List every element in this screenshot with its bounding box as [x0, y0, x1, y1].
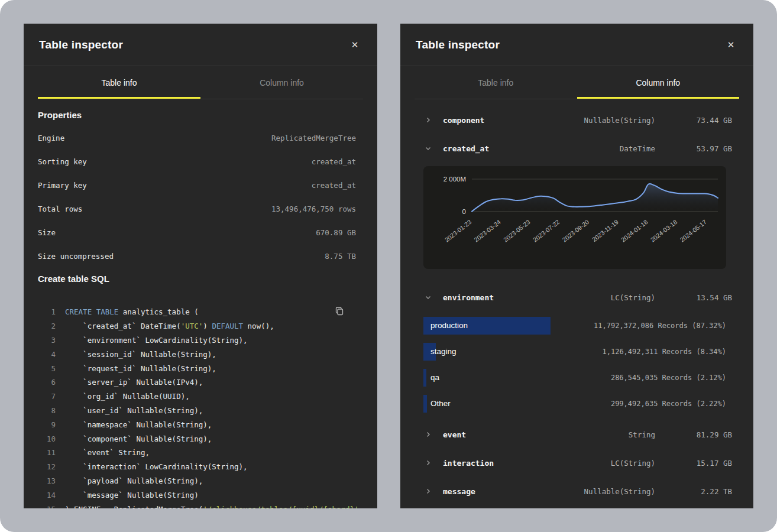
chevron-right-icon [423, 430, 433, 439]
sql-code-line: 8 `user_id` Nullable(String), [38, 404, 363, 418]
chevron-right-icon [423, 115, 433, 125]
column-type: LC(String) [496, 459, 655, 468]
property-value: 13,496,476,750 rows [271, 205, 356, 213]
created-at-chart-svg: 2 000M02023-01-232023-03-242023-05-23202… [423, 166, 726, 269]
column-name: created_at [443, 144, 496, 153]
create-table-sql-heading: Create table SQL [38, 274, 363, 284]
env-dist-row: qa 286,545,035 Records (2.12%) [423, 365, 726, 391]
environment-distribution: production 11,792,372,086 Records (87.32… [400, 312, 753, 420]
sql-code-line: 6 `server_ip` Nullable(IPv4), [38, 375, 363, 390]
table-inspector-dialog-column-info: Table inspector ✕ Table info Column info… [400, 24, 753, 508]
column-name: interaction [443, 459, 496, 468]
property-label: Size uncompressed [38, 252, 114, 261]
tab-table-info[interactable]: Table info [38, 66, 200, 99]
column-row-event[interactable]: event String 81.29 GB [400, 420, 753, 449]
distribution-label: production [423, 313, 726, 339]
close-icon[interactable]: ✕ [348, 38, 362, 52]
column-size: 53.97 GB [655, 144, 732, 153]
sql-code-line: 11 `event` String, [38, 446, 363, 460]
tab-bar: Table info Column info [415, 66, 739, 99]
sql-code-block: 1CREATE TABLE analytics_table (2 `create… [38, 305, 363, 508]
property-label: Primary key [38, 181, 87, 190]
created-at-distribution-chart: 2 000M02023-01-232023-03-242023-05-23202… [423, 166, 726, 269]
env-dist-row: Other 299,492,635 Records (2.22%) [423, 391, 726, 417]
column-type: LC(String) [496, 293, 655, 302]
dialog-header: Table inspector ✕ [400, 24, 753, 66]
properties-heading: Properties [38, 110, 363, 120]
property-label: Sorting key [38, 157, 87, 166]
tab-bar: Table info Column info [38, 66, 363, 99]
svg-text:2024-05-17: 2024-05-17 [678, 218, 708, 244]
column-type: Nullable(String) [496, 487, 655, 496]
svg-text:2024-01-18: 2024-01-18 [620, 218, 649, 244]
property-row-primary-key: Primary key created_at [38, 173, 363, 197]
env-dist-row: production 11,792,372,086 Records (87.32… [423, 313, 726, 339]
svg-text:2 000M: 2 000M [443, 176, 466, 183]
properties-list: Engine ReplicatedMergeTree Sorting key c… [38, 126, 363, 268]
column-size: 13.54 GB [655, 293, 732, 302]
chevron-right-icon [423, 458, 433, 468]
dialog-title: Table inspector [416, 38, 500, 51]
column-list: component Nullable(String) 73.44 GB crea… [400, 99, 753, 505]
property-row-engine: Engine ReplicatedMergeTree [38, 126, 363, 150]
close-icon[interactable]: ✕ [724, 38, 738, 52]
svg-text:2023-03-24: 2023-03-24 [472, 218, 502, 244]
svg-text:2023-11-19: 2023-11-19 [591, 218, 620, 243]
column-name: message [443, 487, 496, 496]
sql-code-line: 2 `created_at` DateTime('UTC') DEFAULT n… [38, 319, 363, 333]
sql-code-line: 3 `environment` LowCardinality(String), [38, 333, 363, 348]
svg-text:0: 0 [462, 208, 466, 215]
property-row-size-uncompressed: Size uncompressed 8.75 TB [38, 244, 363, 268]
svg-text:2023-09-20: 2023-09-20 [561, 218, 590, 244]
tab-column-info[interactable]: Column info [200, 66, 363, 99]
column-type: DateTime [496, 144, 655, 153]
column-size: 15.17 GB [655, 459, 732, 468]
column-row-interaction[interactable]: interaction LC(String) 15.17 GB [400, 449, 753, 477]
column-name: environment [443, 293, 496, 302]
property-label: Total rows [38, 205, 82, 213]
chevron-down-icon [423, 293, 433, 302]
column-name: event [443, 430, 496, 439]
sql-code-line: 14 `message` Nullable(String) [38, 488, 363, 502]
chevron-right-icon [423, 486, 433, 496]
sql-code-line: 5 `request_id` Nullable(String), [38, 361, 363, 375]
property-value: created_at [312, 181, 356, 190]
distribution-label: qa [423, 365, 726, 391]
column-type: Nullable(String) [496, 116, 655, 125]
svg-text:2023-07-22: 2023-07-22 [532, 218, 561, 244]
column-row-component[interactable]: component Nullable(String) 73.44 GB [400, 106, 753, 134]
copy-icon[interactable] [334, 305, 345, 319]
column-size: 2.22 TB [655, 487, 732, 496]
property-row-sorting-key: Sorting key created_at [38, 150, 363, 173]
sql-code-line: 10 `component` Nullable(String), [38, 432, 363, 446]
tab-table-info[interactable]: Table info [415, 66, 577, 99]
property-value: ReplicatedMergeTree [271, 134, 356, 142]
sql-code-line: 13 `payload` Nullable(String), [38, 474, 363, 488]
chevron-down-icon [423, 144, 433, 153]
property-label: Engine [38, 134, 64, 142]
property-value: 670.89 GB [316, 228, 356, 237]
column-size: 81.29 GB [655, 430, 732, 439]
svg-text:2023-01-23: 2023-01-23 [443, 218, 473, 244]
column-row-message[interactable]: message Nullable(String) 2.22 TB [400, 477, 753, 505]
sql-code-line: 7 `org_id` Nullable(UUID), [38, 390, 363, 404]
property-label: Size [38, 228, 56, 237]
svg-text:2023-05-23: 2023-05-23 [502, 218, 532, 244]
column-row-created-at[interactable]: created_at DateTime 53.97 GB [400, 134, 753, 163]
tab-column-info[interactable]: Column info [577, 66, 740, 99]
table-info-content: Properties Engine ReplicatedMergeTree So… [24, 99, 377, 508]
property-row-total-rows: Total rows 13,496,476,750 rows [38, 197, 363, 220]
page-background: Table inspector ✕ Table info Column info… [0, 0, 777, 532]
property-row-size: Size 670.89 GB [38, 220, 363, 244]
dialog-header: Table inspector ✕ [24, 24, 377, 66]
sql-code-line: 15) ENGINE = ReplicatedMergeTree('/click… [38, 502, 363, 508]
dialog-title: Table inspector [39, 38, 123, 51]
sql-code-line: 9 `namespace` Nullable(String), [38, 417, 363, 432]
property-value: created_at [312, 157, 356, 166]
column-type: String [496, 430, 655, 439]
env-dist-row: staging 1,126,492,311 Records (8.34%) [423, 339, 726, 365]
table-inspector-dialog-table-info: Table inspector ✕ Table info Column info… [24, 24, 377, 508]
column-row-environment[interactable]: environment LC(String) 13.54 GB [400, 283, 753, 312]
svg-text:2024-03-18: 2024-03-18 [649, 218, 679, 244]
sql-code-line: 4 `session_id` Nullable(String), [38, 347, 363, 361]
